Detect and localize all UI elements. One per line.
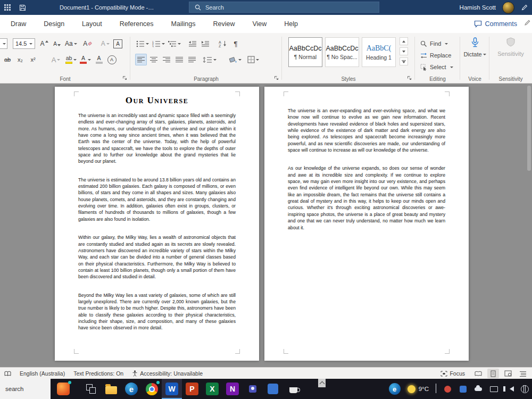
font-size-combo[interactable]: 14.5	[13, 38, 35, 49]
grow-font-button[interactable]: A	[38, 38, 50, 49]
tray-app-icon-blue[interactable]	[459, 385, 467, 393]
app-icon-mug[interactable]	[283, 379, 303, 399]
onenote-icon[interactable]: N	[222, 379, 243, 399]
style-no-spacing[interactable]: AaBbCcDc ¶ No Spac...	[325, 37, 359, 67]
comments-button[interactable]: Comments	[474, 15, 517, 33]
outline-view-button[interactable]	[517, 369, 529, 378]
style-heading1[interactable]: AaBbC( Heading 1	[362, 37, 396, 67]
paragraph-dialog-launcher[interactable]	[274, 76, 279, 81]
paragraph[interactable]: The universe is estimated to be around 1…	[78, 177, 236, 222]
taskbar-search-box[interactable]: search	[0, 379, 51, 399]
network-icon[interactable]	[520, 385, 529, 393]
tab-references[interactable]: References	[120, 20, 154, 28]
decrease-indent-button[interactable]	[187, 38, 198, 49]
tab-layout[interactable]: Layout	[82, 20, 102, 28]
avatar[interactable]	[502, 2, 514, 14]
dictate-button[interactable]: Dictate	[460, 37, 489, 57]
character-border-button[interactable]: A	[112, 38, 124, 49]
tab-design[interactable]: Design	[44, 20, 64, 28]
borders-button[interactable]	[246, 54, 260, 65]
editor-pencil-icon[interactable]	[523, 19, 531, 27]
document-page-1[interactable]: Our Universe The universe is an incredib…	[55, 87, 259, 361]
proofing-status[interactable]	[4, 371, 11, 377]
paragraph[interactable]: Within our galaxy, the Milky Way, lies a…	[78, 234, 236, 280]
align-right-button[interactable]	[161, 54, 172, 65]
file-explorer-icon[interactable]	[101, 379, 121, 399]
paragraph[interactable]: Beyond the Milky Way lies a vast variety…	[78, 292, 236, 331]
app-launcher-icon[interactable]	[4, 4, 11, 11]
tab-review[interactable]: Review	[213, 20, 235, 28]
replace-button[interactable]: Replace	[420, 50, 460, 61]
paragraph[interactable]: The universe is an incredibly vast and d…	[78, 112, 236, 165]
font-dialog-launcher[interactable]	[122, 76, 128, 81]
paragraph[interactable]: The universe is an ever-expanding and ev…	[288, 107, 445, 153]
app-icon-blue[interactable]	[263, 379, 283, 399]
shading-button[interactable]	[228, 54, 243, 65]
print-layout-button[interactable]	[487, 369, 499, 378]
enclose-characters-button[interactable]: A	[106, 54, 118, 65]
web-layout-button[interactable]	[502, 369, 514, 378]
highlight-color-button[interactable]: ab	[64, 54, 78, 65]
distribute-button[interactable]	[186, 54, 198, 65]
paragraph[interactable]: As our knowledge of the universe expands…	[288, 165, 445, 230]
tab-mailings[interactable]: Mailings	[171, 20, 196, 28]
styles-scroll-up-button[interactable]	[400, 37, 408, 45]
sensitivity-button[interactable]: Sensitivity	[489, 37, 532, 57]
align-left-button[interactable]	[135, 54, 147, 65]
edge-browser-icon[interactable]: e	[121, 379, 142, 399]
shrink-font-button[interactable]: A	[51, 38, 63, 49]
numbering-button[interactable]: 123	[151, 38, 166, 49]
edge-tray-icon[interactable]: e	[389, 383, 401, 395]
styles-dialog-launcher[interactable]	[407, 76, 412, 81]
word-icon[interactable]: W	[162, 379, 182, 399]
tab-draw[interactable]: Draw	[11, 20, 26, 28]
weather-widget[interactable]: 9°C	[408, 385, 429, 393]
onedrive-icon[interactable]	[474, 385, 483, 393]
display-icon[interactable]	[489, 385, 498, 393]
app-icon-orange[interactable]	[53, 379, 73, 399]
read-mode-button[interactable]	[472, 369, 484, 378]
line-spacing-button[interactable]	[202, 54, 218, 65]
text-predictions-status[interactable]: Text Predictions: On	[73, 370, 123, 377]
account-name[interactable]: Hamish Scott	[460, 4, 496, 11]
save-icon[interactable]	[19, 4, 26, 11]
accessibility-status[interactable]: Accessibility: Unavailable	[132, 370, 203, 377]
text-effects-button[interactable]: A	[50, 54, 62, 65]
tray-app-icon-red[interactable]	[443, 385, 452, 393]
change-case-button[interactable]: Aa	[64, 38, 78, 49]
excel-icon[interactable]: X	[202, 379, 222, 399]
align-center-button[interactable]	[148, 54, 160, 65]
teams-icon[interactable]	[243, 379, 263, 399]
powerpoint-icon[interactable]: P	[182, 379, 202, 399]
show-hidden-icons-button[interactable]	[436, 384, 436, 394]
task-view-button[interactable]	[81, 379, 101, 399]
select-button[interactable]: Select	[420, 62, 460, 72]
chrome-icon[interactable]	[142, 379, 162, 399]
sort-button[interactable]: AZ	[217, 38, 229, 49]
search-input[interactable]: Search	[189, 2, 379, 13]
justify-button[interactable]	[173, 54, 185, 65]
font-color-button[interactable]: A	[79, 54, 92, 65]
tab-view[interactable]: View	[252, 20, 267, 28]
volume-icon[interactable]	[505, 385, 513, 393]
show-formatting-marks-button[interactable]: ¶	[230, 38, 242, 49]
phonetic-guide-button[interactable]: A	[99, 38, 111, 49]
find-button[interactable]: Find	[420, 38, 460, 49]
styles-scroll-down-button[interactable]	[400, 47, 408, 55]
vertical-scrollbar[interactable]	[527, 86, 531, 171]
focus-button[interactable]: Focus	[440, 370, 465, 377]
bullets-button[interactable]	[135, 38, 150, 49]
document-heading[interactable]: Our Universe	[78, 95, 236, 106]
strikethrough-button[interactable]: ab	[2, 54, 13, 65]
scroll-up-button[interactable]	[318, 379, 326, 387]
document-page-2[interactable]: The universe is an ever-expanding and ev…	[264, 87, 469, 361]
character-shading-button[interactable]: A	[93, 54, 105, 65]
language-status[interactable]: English (Australia)	[20, 370, 65, 377]
font-name-combo[interactable]	[0, 38, 7, 49]
pencil-icon[interactable]	[521, 4, 528, 11]
tab-help[interactable]: Help	[284, 20, 298, 28]
style-normal[interactable]: AaBbCcDc ¶ Normal	[288, 37, 322, 67]
styles-more-button[interactable]	[400, 57, 408, 65]
increase-indent-button[interactable]	[200, 38, 211, 49]
clear-formatting-button[interactable]: A	[82, 38, 94, 49]
